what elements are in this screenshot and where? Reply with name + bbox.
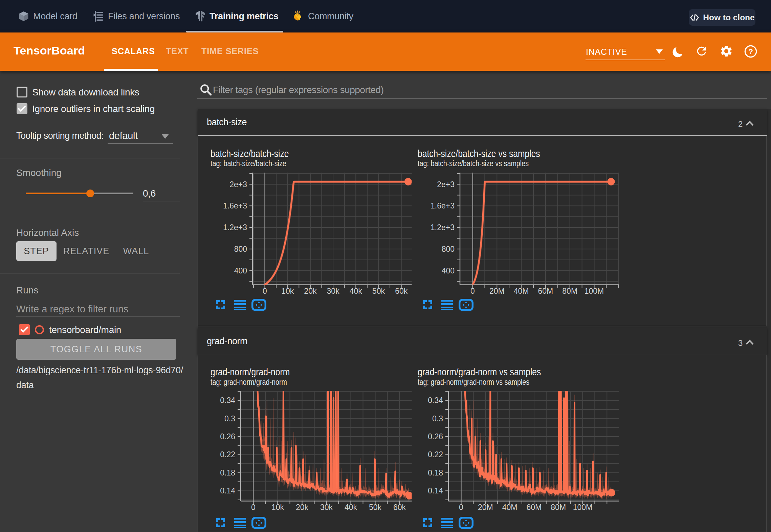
svg-text:0.14: 0.14 bbox=[220, 486, 235, 495]
svg-text:0.22: 0.22 bbox=[220, 450, 235, 459]
svg-text:20k: 20k bbox=[295, 503, 308, 512]
svg-text:20k: 20k bbox=[304, 287, 317, 295]
svg-text:20M: 20M bbox=[489, 287, 504, 295]
svg-text:20M: 20M bbox=[478, 503, 493, 512]
svg-text:0: 0 bbox=[251, 503, 256, 512]
svg-text:0.18: 0.18 bbox=[428, 468, 443, 477]
svg-text:40k: 40k bbox=[349, 287, 362, 295]
svg-text:10k: 10k bbox=[281, 287, 294, 295]
svg-text:40M: 40M bbox=[513, 287, 529, 295]
svg-text:400: 400 bbox=[441, 266, 454, 275]
svg-text:400: 400 bbox=[234, 266, 247, 275]
svg-text:?: ? bbox=[748, 47, 753, 56]
svg-text:60k: 60k bbox=[393, 503, 406, 512]
svg-text:80M: 80M bbox=[562, 287, 577, 295]
svg-text:1.2e+3: 1.2e+3 bbox=[431, 223, 455, 232]
svg-text:1.6e+3: 1.6e+3 bbox=[223, 201, 247, 210]
svg-text:30k: 30k bbox=[327, 287, 339, 295]
svg-text:800: 800 bbox=[234, 245, 247, 253]
svg-text:60M: 60M bbox=[526, 503, 542, 512]
svg-text:40M: 40M bbox=[502, 503, 517, 512]
svg-text:2e+3: 2e+3 bbox=[229, 180, 247, 189]
svg-text:0.34: 0.34 bbox=[220, 396, 235, 405]
svg-text:50k: 50k bbox=[372, 287, 385, 295]
svg-text:40k: 40k bbox=[344, 503, 357, 512]
svg-text:50k: 50k bbox=[369, 503, 381, 512]
svg-text:0.14: 0.14 bbox=[428, 486, 443, 495]
svg-text:0.26: 0.26 bbox=[220, 432, 235, 441]
svg-text:0: 0 bbox=[470, 287, 475, 295]
svg-text:0.34: 0.34 bbox=[428, 396, 443, 405]
svg-text:100M: 100M bbox=[573, 503, 592, 512]
svg-text:10k: 10k bbox=[271, 503, 284, 512]
svg-text:0: 0 bbox=[459, 503, 463, 512]
svg-text:60M: 60M bbox=[538, 287, 553, 295]
svg-text:0.18: 0.18 bbox=[220, 468, 235, 477]
svg-text:30k: 30k bbox=[320, 503, 333, 512]
svg-text:1.6e+3: 1.6e+3 bbox=[431, 201, 455, 210]
svg-text:0.26: 0.26 bbox=[428, 432, 443, 441]
svg-text:0.3: 0.3 bbox=[224, 414, 235, 423]
svg-text:2e+3: 2e+3 bbox=[437, 180, 455, 189]
svg-text:800: 800 bbox=[441, 245, 454, 253]
svg-text:0.22: 0.22 bbox=[428, 450, 443, 459]
svg-text:60k: 60k bbox=[395, 287, 408, 295]
svg-text:80M: 80M bbox=[551, 503, 566, 512]
svg-text:100M: 100M bbox=[584, 287, 604, 295]
svg-text:0.3: 0.3 bbox=[432, 414, 443, 423]
svg-text:1.2e+3: 1.2e+3 bbox=[223, 223, 247, 232]
svg-text:0: 0 bbox=[263, 287, 267, 295]
